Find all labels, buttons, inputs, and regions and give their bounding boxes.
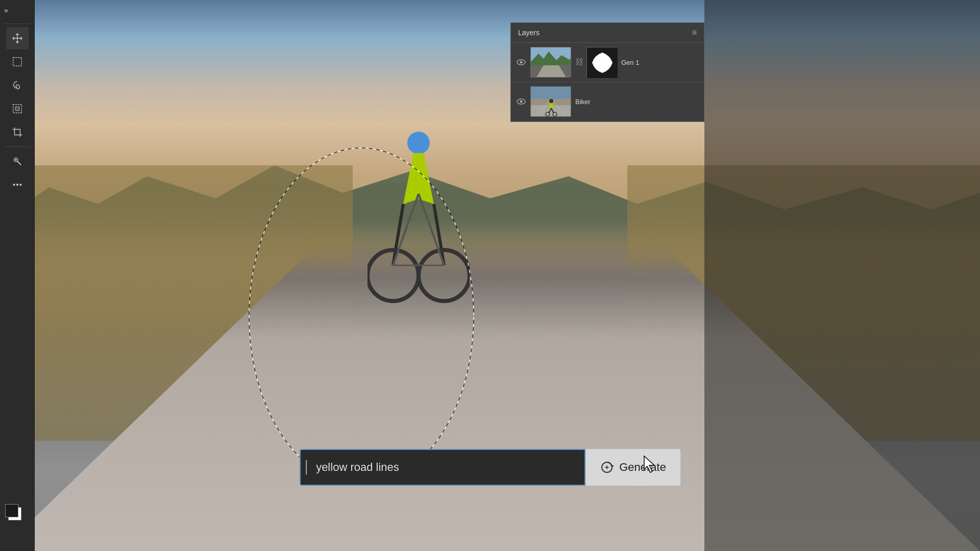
prompt-input-container bbox=[300, 449, 585, 486]
layer-item-biker[interactable]: Biker bbox=[511, 82, 704, 121]
generate-sparkle-icon bbox=[600, 460, 614, 474]
svg-point-28 bbox=[520, 101, 523, 103]
layer-visibility-gen1[interactable] bbox=[516, 57, 526, 67]
move-tool[interactable] bbox=[6, 27, 29, 49]
svg-rect-30 bbox=[531, 87, 571, 99]
collapse-icon: » bbox=[4, 6, 8, 14]
layers-panel-title: Layers bbox=[518, 29, 540, 37]
generate-bar: Generate bbox=[300, 449, 680, 486]
svg-line-14 bbox=[17, 161, 21, 165]
layer-thumbnail-gen1 bbox=[530, 47, 571, 78]
more-tools[interactable] bbox=[6, 173, 29, 196]
svg-point-2 bbox=[407, 132, 430, 154]
layer-name-biker: Biker bbox=[575, 98, 699, 106]
lasso-icon bbox=[12, 80, 23, 91]
object-selection-icon bbox=[12, 103, 23, 114]
visibility-eye-icon bbox=[517, 59, 526, 66]
left-toolbar: » bbox=[0, 0, 35, 551]
object-selection-tool[interactable] bbox=[6, 97, 29, 120]
move-icon bbox=[12, 33, 23, 44]
layer-chain-icon: ⛓ bbox=[575, 58, 583, 67]
generate-label: Generate bbox=[619, 461, 666, 474]
marquee-tool[interactable] bbox=[6, 51, 29, 73]
svg-point-17 bbox=[13, 184, 15, 186]
crop-icon bbox=[12, 127, 23, 138]
layer-item-gen1[interactable]: ⛓ Gen 1 bbox=[511, 43, 704, 82]
prompt-cursor bbox=[306, 460, 307, 474]
svg-point-18 bbox=[16, 184, 18, 186]
healing-icon bbox=[12, 156, 23, 167]
layers-panel: Layers ≡ ⛓ bbox=[510, 22, 704, 122]
layer-thumbnail-biker bbox=[530, 86, 571, 117]
layers-menu-button[interactable]: ≡ bbox=[692, 28, 697, 37]
layer-name-gen1: Gen 1 bbox=[621, 59, 699, 66]
prompt-input[interactable] bbox=[300, 449, 585, 486]
lasso-tool[interactable] bbox=[6, 74, 29, 96]
more-tools-icon bbox=[12, 179, 23, 190]
toolbar-separator-1 bbox=[4, 23, 31, 24]
color-swatches bbox=[5, 504, 27, 525]
svg-rect-36 bbox=[549, 103, 553, 108]
right-panel bbox=[704, 0, 980, 551]
svg-line-4 bbox=[434, 204, 444, 265]
toolbar-collapse-button[interactable]: » bbox=[0, 4, 34, 16]
svg-rect-10 bbox=[13, 58, 21, 66]
svg-point-19 bbox=[20, 184, 21, 186]
svg-point-21 bbox=[520, 61, 523, 64]
svg-line-3 bbox=[393, 204, 403, 265]
layer-mask-gen1 bbox=[586, 47, 617, 78]
svg-point-35 bbox=[549, 99, 553, 103]
toolbar-separator-2 bbox=[4, 146, 31, 147]
visibility-eye-icon-biker bbox=[517, 98, 526, 105]
svg-rect-12 bbox=[15, 107, 19, 110]
foreground-color-swatch[interactable] bbox=[5, 504, 18, 517]
marquee-icon bbox=[12, 56, 23, 67]
healing-tool[interactable] bbox=[6, 150, 29, 172]
svg-marker-42 bbox=[610, 465, 614, 467]
layers-panel-header: Layers ≡ bbox=[511, 23, 704, 43]
generate-button[interactable]: Generate bbox=[585, 449, 680, 486]
biker-figure bbox=[368, 102, 470, 357]
layer-visibility-biker[interactable] bbox=[516, 96, 526, 107]
crop-tool[interactable] bbox=[6, 121, 29, 143]
